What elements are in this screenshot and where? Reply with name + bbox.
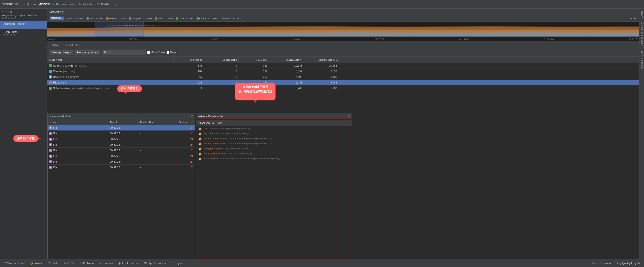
logcat-icon: ☰ <box>171 262 174 265</box>
td-total: 4 <box>239 86 269 91</box>
ruler-mark-1: 15.000 <box>130 38 136 41</box>
match-case-checkbox[interactable]: Match Case <box>147 51 165 54</box>
max-value-stat: 250000 <box>629 17 637 20</box>
callstack-method-icon: m <box>198 138 202 140</box>
layout-icon[interactable]: ⊡ <box>26 2 29 6</box>
instance-details-close[interactable]: ✕ <box>348 114 350 118</box>
bottom-services[interactable]: ◉ App Inspection <box>116 261 141 266</box>
ih-dealloc-time: Dealloc Time <box>138 119 169 125</box>
stop-icon[interactable]: ■ <box>24 2 25 6</box>
class-table-row[interactable]: F File (java.io) 227 0 227 5,448 5,448 <box>48 80 639 86</box>
bottom-app-quality[interactable]: App Quality Insights <box>615 261 642 266</box>
tab-row: Table Visualization <box>48 41 639 48</box>
class-table-row[interactable]: C Rect (android.graphics) 267 0 267 6,40… <box>48 74 639 80</box>
td-dealloc: 0 <box>204 63 239 68</box>
instance-row[interactable]: F File 00:37:25. - 24 <box>48 153 195 159</box>
arrange-by-select[interactable]: Arrange by class ▾ <box>74 50 100 55</box>
instance-row[interactable]: F File 00:37:25. - 24 <box>48 142 195 148</box>
toolbar: View app heap ▾ Arrange by class ▾ 🔍 Mat… <box>48 48 639 57</box>
bottom-app-inspection[interactable]: 🔍 App Inspection <box>142 261 168 266</box>
callstack-item[interactable]: m createFromParcel:517, Landroid/os/stor… <box>196 141 352 146</box>
timeline-ruler: 00.000 15.000 30.000 45.000 01:00.000 01… <box>48 37 639 41</box>
memory-dropdown-arrow[interactable]: ▾ <box>53 3 54 6</box>
td-alloc: 227 <box>174 80 204 85</box>
bottom-version-control[interactable]: ⬆ Version Control <box>2 261 27 266</box>
callstack-section: Allocation Call Stack m :159, Landroid/o… <box>196 119 352 259</box>
profiler-icon: ⚡ <box>30 262 34 265</box>
callstack-location: Landroid/os/storage/StorageVolume; () <box>208 132 248 135</box>
callstack-item[interactable]: m readTypedObject:3171, Landroid/os/Parc… <box>196 146 352 151</box>
ih-alloc-time: Alloc Ti... <box>108 119 138 125</box>
side-label-gradle[interactable]: Gradle <box>640 11 643 18</box>
bottom-build[interactable]: 🔨 Build <box>46 261 60 266</box>
search-input[interactable] <box>108 51 141 54</box>
view-heap-select[interactable]: View app heap ▾ <box>50 50 73 55</box>
th-shallow-size-c[interactable]: Shallow Size C... <box>304 57 339 62</box>
bottom-layout-inspector[interactable]: Layout Inspector <box>590 261 614 266</box>
td-shallow-c: 5,200 <box>304 86 339 91</box>
class-name-text: Cleaner <box>53 70 62 73</box>
itd-dealloc-time: - <box>138 136 169 142</box>
ruler-mark-4: 01:00.000 <box>375 38 384 41</box>
itd-shallow-size: 24 <box>169 136 195 142</box>
class-package-text: (sun.misc) <box>63 70 75 73</box>
session-name: test_malloc (Google AOSP On Bl... <box>2 14 45 17</box>
itd-instance: F File <box>48 142 108 148</box>
add-session-icon[interactable]: + <box>20 2 22 6</box>
side-label-running-devices[interactable]: Running Devices <box>640 51 643 69</box>
session-duration: 53 min 34 sec <box>2 17 45 19</box>
instance-row[interactable]: F File 00:37:25. - 24 <box>48 136 195 142</box>
callstack-item[interactable]: m :88, Landroid/os/storage/StorageVolume… <box>196 131 352 136</box>
regex-input[interactable] <box>166 51 169 54</box>
instance-row[interactable]: F File 00:37:25. - 24 <box>48 131 195 136</box>
instance-row[interactable]: F File 00:37:25. - 24 <box>48 159 195 164</box>
services-label: App Inspection <box>122 262 139 265</box>
th-total-count[interactable]: Total Count <box>239 57 269 62</box>
bottom-profiler[interactable]: ⚡ Profiler <box>28 261 45 266</box>
class-table-row[interactable]: C NoSuchMethodError (java.la... 381 0 38… <box>48 63 639 68</box>
instance-row[interactable]: F File 00:37:25. - 24 <box>48 164 195 170</box>
td-shallow: 5,448 <box>269 80 304 85</box>
itd-alloc-time: 00:37:25. <box>108 142 138 148</box>
class-icon: F <box>49 81 52 84</box>
bottom-terminal[interactable]: >_ Terminal <box>97 261 116 266</box>
session-time: 13:19 <box>2 10 9 14</box>
sidebar-item-allocation-records[interactable]: Allocation Records 00:37:19.174 <box>0 21 47 29</box>
callstack-item[interactable]: m createFromParcel:520, Landroid/os/stor… <box>196 136 352 141</box>
instance-row[interactable]: F File 00:37:25. - 24 <box>48 125 195 131</box>
bottom-todo[interactable]: ☑ TODO <box>61 261 76 266</box>
callstack-location: Landroid/os/Parcel; () <box>228 147 251 150</box>
regex-checkbox[interactable]: Regex <box>166 51 178 54</box>
arrange-by-label: Arrange by class <box>76 51 96 54</box>
callstack-title: Allocation Call Stack <box>198 122 222 124</box>
sidebar-item-heap-dump[interactable]: Heap Dump 00:00:35.560 <box>0 29 47 37</box>
timeline-container[interactable]: 00.000 15.000 30.000 45.000 01:00.000 01… <box>48 22 639 41</box>
tab-table[interactable]: Table <box>50 43 62 48</box>
instance-list-close[interactable]: ✕ <box>191 114 193 118</box>
bottom-logcat[interactable]: ☰ Logcat <box>169 261 184 266</box>
class-table-row[interactable]: C Cleaner (sun.misc) 182 0 182 6,552 6,5… <box>48 68 639 74</box>
class-name-text: Rect <box>53 76 58 78</box>
back-icon[interactable]: ← <box>33 2 36 6</box>
callstack-item[interactable]: m getVolumeList:1773, Landroid/os/storag… <box>196 156 352 161</box>
callstack-method: createTypedArray:3132 <box>203 152 228 155</box>
bottom-bar: ⬆ Version Control ⚡ Profiler 🔨 Build ☑ T… <box>0 259 644 267</box>
search-field[interactable]: 🔍 <box>102 50 146 55</box>
itd-instance: F File <box>48 164 108 170</box>
instance-row[interactable]: F File 00:37:25. - 24 <box>48 148 195 153</box>
file-icon: F <box>49 166 52 169</box>
td-total: 182 <box>239 68 269 74</box>
match-case-input[interactable] <box>147 51 150 54</box>
memory-chart <box>48 22 639 36</box>
th-shallow-size[interactable]: Shallow Size ▼ <box>269 57 304 62</box>
pin-icon[interactable]: ⋮⋮ <box>110 2 118 6</box>
side-label-device-explorer[interactable]: LI Device File Explorer <box>640 22 643 46</box>
tab-visualization[interactable]: Visualization <box>63 43 84 48</box>
td-class-name: C Cleaner (sun.misc) <box>48 68 174 74</box>
th-deallocations[interactable]: Deallocations <box>204 57 239 62</box>
th-allocations[interactable]: Allocations <box>174 57 204 62</box>
callstack-item[interactable]: m createTypedArray:3132, Landroid/os/Par… <box>196 151 352 156</box>
file-icon: F <box>49 138 52 141</box>
callstack-item[interactable]: m :159, Landroid/os/storage/StorageVolum… <box>196 126 352 131</box>
bottom-problems[interactable]: ⚠ Problems <box>78 261 96 266</box>
